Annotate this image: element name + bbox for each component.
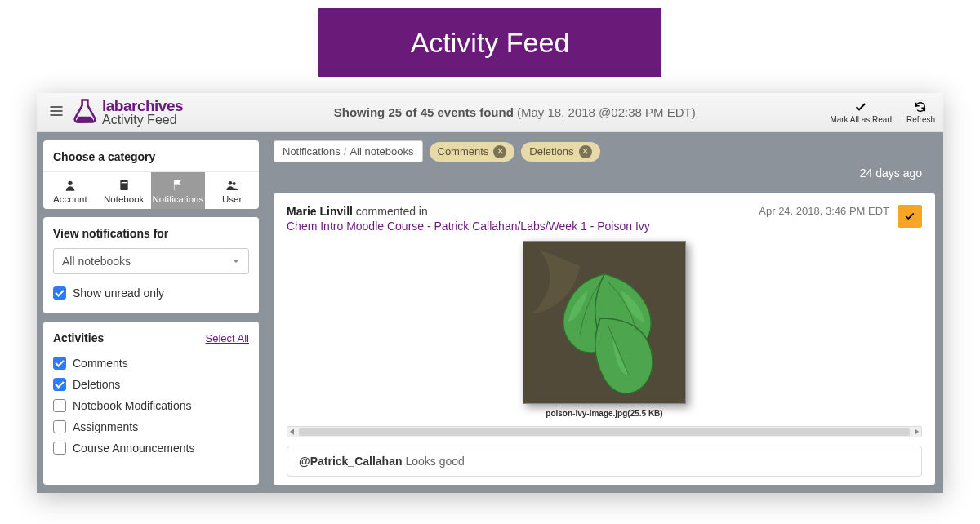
checkmark-icon bbox=[904, 211, 915, 222]
flag-icon bbox=[171, 179, 185, 192]
close-icon[interactable]: ✕ bbox=[579, 145, 592, 158]
category-title: Choose a category bbox=[53, 150, 249, 163]
activities-panel: Activities Select All Comments Deletions… bbox=[43, 322, 259, 485]
checkbox-icon bbox=[53, 286, 66, 300]
activity-notebook-mods[interactable]: Notebook Modifications bbox=[53, 395, 249, 416]
logo[interactable]: labarchives Activity Feed bbox=[71, 97, 183, 128]
brand-name: labarchives bbox=[102, 98, 183, 113]
svg-rect-1 bbox=[120, 180, 127, 190]
checkmark-icon bbox=[853, 100, 868, 113]
mark-read-button[interactable] bbox=[898, 205, 922, 228]
card-user-line: Marie Linvill commented in bbox=[287, 205, 650, 218]
attachment-image[interactable] bbox=[523, 241, 686, 404]
status-text: Showing 25 of 45 events found (May 18, 2… bbox=[199, 105, 830, 119]
comment-mention[interactable]: @Patrick_Callahan bbox=[299, 455, 403, 468]
users-icon bbox=[225, 179, 239, 192]
brand-sub: Activity Feed bbox=[102, 113, 183, 127]
activity-card: Marie Linvill commented in Chem Intro Mo… bbox=[274, 193, 935, 485]
activity-course-announcements[interactable]: Course Announcements bbox=[53, 437, 249, 459]
tab-notebook[interactable]: Notebook bbox=[97, 172, 151, 209]
breadcrumb[interactable]: Notifications / All notebooks bbox=[274, 140, 423, 162]
category-panel: Choose a category Account Notebook Notif… bbox=[43, 140, 259, 209]
poison-ivy-image bbox=[523, 242, 685, 403]
user-icon bbox=[63, 179, 78, 192]
checkbox-icon bbox=[53, 442, 66, 455]
comment-text: Looks good bbox=[403, 455, 465, 468]
checkbox-icon bbox=[53, 378, 66, 391]
tab-account[interactable]: Account bbox=[43, 172, 97, 209]
activity-comments[interactable]: Comments bbox=[53, 353, 249, 374]
close-icon[interactable]: ✕ bbox=[493, 145, 506, 158]
card-date: Apr 24, 2018, 3:46 PM EDT bbox=[759, 205, 889, 217]
svg-point-0 bbox=[68, 181, 72, 185]
notifications-filter-panel: View notifications for All notebooks Sho… bbox=[43, 217, 259, 313]
svg-rect-2 bbox=[121, 182, 127, 183]
topbar: labarchives Activity Feed Showing 25 of … bbox=[37, 93, 943, 132]
mark-all-read-button[interactable]: Mark All as Read bbox=[830, 100, 892, 124]
checkbox-icon bbox=[53, 420, 66, 433]
select-all-link[interactable]: Select All bbox=[206, 332, 249, 344]
filter-pill-comments[interactable]: Comments ✕ bbox=[430, 142, 515, 162]
activity-deletions[interactable]: Deletions bbox=[53, 374, 249, 395]
hamburger-menu-icon[interactable] bbox=[45, 100, 68, 126]
refresh-button[interactable]: Refresh bbox=[906, 100, 935, 124]
activities-title: Activities bbox=[53, 331, 104, 344]
checkbox-icon bbox=[53, 399, 66, 412]
page-banner: Activity Feed bbox=[318, 8, 662, 77]
notebook-icon bbox=[117, 179, 131, 192]
tab-notifications[interactable]: Notifications bbox=[151, 172, 206, 209]
content-area: Notifications / All notebooks Comments ✕… bbox=[265, 132, 943, 493]
refresh-icon bbox=[913, 100, 928, 113]
breadcrumb-bar: Notifications / All notebooks Comments ✕… bbox=[274, 140, 935, 162]
scrollbar-thumb[interactable] bbox=[299, 428, 910, 436]
banner-title: Activity Feed bbox=[411, 27, 570, 59]
notebook-select[interactable]: All notebooks bbox=[53, 248, 249, 274]
time-ago-label: 24 days ago bbox=[860, 167, 922, 180]
horizontal-scrollbar[interactable] bbox=[287, 426, 922, 437]
svg-point-3 bbox=[229, 181, 233, 185]
attachment-image-wrap: poison-ivy-image.jpg(25.5 KB) bbox=[287, 241, 922, 418]
card-link[interactable]: Chem Intro Moodle Course - Patrick Calla… bbox=[287, 220, 650, 233]
filter-pill-deletions[interactable]: Deletions ✕ bbox=[521, 142, 599, 162]
comment-box: @Patrick_Callahan Looks good bbox=[287, 446, 922, 477]
sidebar: Choose a category Account Notebook Notif… bbox=[37, 132, 265, 493]
svg-point-4 bbox=[233, 182, 236, 185]
notif-filter-title: View notifications for bbox=[53, 227, 249, 240]
tab-user[interactable]: User bbox=[205, 172, 259, 209]
unread-only-checkbox[interactable]: Show unread only bbox=[53, 282, 249, 304]
checkbox-icon bbox=[53, 357, 66, 370]
attachment-caption: poison-ivy-image.jpg(25.5 KB) bbox=[546, 409, 662, 418]
flask-icon bbox=[71, 97, 99, 128]
activity-assignments[interactable]: Assignments bbox=[53, 416, 249, 437]
chevron-down-icon bbox=[232, 257, 240, 265]
app-frame: labarchives Activity Feed Showing 25 of … bbox=[37, 93, 943, 493]
